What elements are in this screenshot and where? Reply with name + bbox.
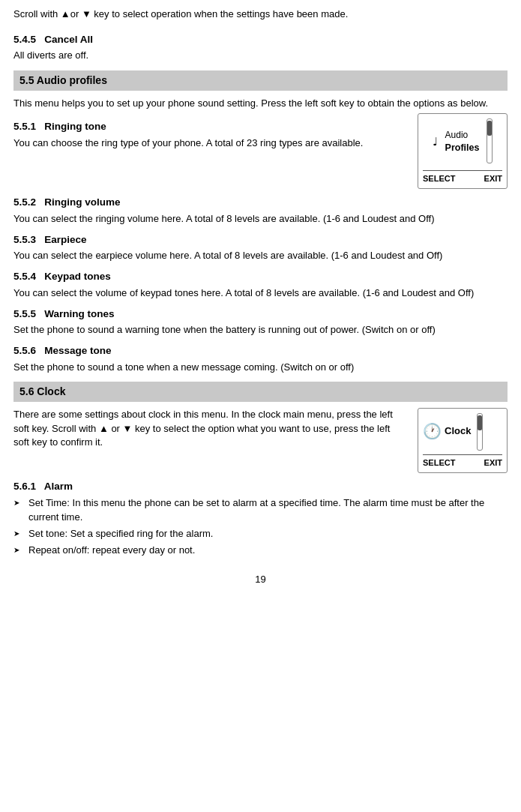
softkey-right: EXIT [484, 173, 502, 185]
message-tone-num: 5.5.6 [13, 345, 36, 356]
ringing-tone-num: 5.5.1 [13, 121, 36, 132]
screen-softkeys: SELECT EXIT [423, 170, 502, 185]
cancel-all-section: 5.4.5 Cancel All All diverts are off. [13, 32, 508, 63]
alarm-label: Alarm [44, 481, 73, 492]
intro-line: Scroll with ▲or ▼ key to select operatio… [13, 7, 508, 22]
warning-tones-num: 5.5.5 [13, 308, 36, 319]
ringing-tone-body: You can choose the ring type of your pho… [13, 136, 407, 151]
clock-icon: 🕐 [423, 421, 442, 442]
clock-softkey-left: SELECT [423, 457, 455, 469]
ringing-tone-section: 5.5.1 Ringing tone You can choose the ri… [13, 113, 508, 189]
keypad-tones-body: You can select the volume of keypad tone… [13, 286, 508, 301]
alarm-bullet-1: Set Time: In this menu the phone can be … [13, 496, 508, 525]
scroll-thumb [487, 121, 492, 136]
message-tone-body: Set the phone to sound a tone when a new… [13, 361, 508, 375]
ringing-volume-body: You can select the ringing volume here. … [13, 212, 508, 226]
cancel-all-num: 5.4.5 [13, 34, 36, 45]
ringing-volume-heading: 5.5.2 Ringing volume [13, 195, 508, 210]
ringing-volume-section: 5.5.2 Ringing volume You can select the … [13, 195, 508, 226]
keypad-tones-label: Keypad tones [44, 271, 111, 282]
audio-profiles-intro: This menu helps you to set up your phone… [13, 97, 508, 111]
softkey-left: SELECT [423, 173, 455, 185]
alarm-bullet-2: Set tone: Set a specified ring for the a… [13, 527, 508, 541]
cancel-all-heading: 5.4.5 Cancel All [13, 32, 508, 47]
scroll-indicator [487, 118, 493, 163]
music-note-icon1: ♩ [433, 133, 438, 150]
clock-intro: There are some settings about clock in t… [13, 408, 407, 451]
cancel-all-label: Cancel All [44, 34, 93, 45]
alarm-num: 5.6.1 [13, 481, 36, 492]
clock-with-image: There are some settings about clock in t… [13, 408, 508, 473]
ringing-volume-label: Ringing volume [44, 196, 120, 208]
message-tone-label: Message tone [44, 345, 111, 356]
clock-screen: 🕐 Clock SELECT EXIT [418, 408, 508, 473]
ringing-tone-label: Ringing tone [44, 121, 106, 132]
ringing-volume-num: 5.5.2 [13, 196, 36, 208]
earpiece-label: Earpiece [44, 234, 86, 245]
alarm-bullet-list: Set Time: In this menu the phone can be … [13, 496, 508, 557]
alarm-heading: 5.6.1 Alarm [13, 479, 508, 494]
message-tone-heading: 5.5.6 Message tone [13, 343, 508, 358]
alarm-section: 5.6.1 Alarm Set Time: In this menu the p… [13, 479, 508, 558]
earpiece-body: You can select the earpiece volume here.… [13, 249, 508, 263]
audio-profiles-screen: ♩ Audio Profiles SELECT EXIT [418, 113, 508, 189]
ringing-tone-with-image: 5.5.1 Ringing tone You can choose the ri… [13, 113, 508, 189]
clock-softkey-right: EXIT [484, 457, 502, 469]
warning-tones-section: 5.5.5 Warning tones Set the phone to sou… [13, 307, 508, 337]
earpiece-num: 5.5.3 [13, 234, 36, 245]
screen-icons: ♩ Audio Profiles [433, 118, 493, 163]
earpiece-heading: 5.5.3 Earpiece [13, 232, 508, 247]
alarm-bullet-3: Repeat on/off: repeat every day or not. [13, 544, 508, 558]
earpiece-section: 5.5.3 Earpiece You can select the earpie… [13, 232, 508, 263]
clock-scroll-indicator [477, 413, 483, 451]
clock-scroll-thumb [478, 415, 482, 430]
keypad-tones-num: 5.5.4 [13, 271, 36, 282]
cancel-all-body: All diverts are off. [13, 49, 508, 63]
clock-screen-row: 🕐 Clock [423, 413, 502, 451]
warning-tones-body: Set the phone to sound a warning tone wh… [13, 323, 508, 337]
ringing-tone-heading: 5.5.1 Ringing tone [13, 119, 407, 134]
warning-tones-heading: 5.5.5 Warning tones [13, 307, 508, 322]
keypad-tones-heading: 5.5.4 Keypad tones [13, 269, 508, 284]
screen-line1: Audio [442, 129, 480, 142]
screen-text-block: Audio Profiles [442, 129, 480, 154]
warning-tones-label: Warning tones [44, 308, 114, 319]
clock-screen-label: Clock [445, 424, 471, 439]
audio-profiles-heading: 5.5 Audio profiles [13, 70, 508, 90]
screen-icon-row: ♩ Audio Profiles [423, 118, 502, 166]
screen-line2: Profiles [442, 142, 480, 154]
ringing-tone-text: 5.5.1 Ringing tone You can choose the ri… [13, 113, 407, 153]
keypad-tones-section: 5.5.4 Keypad tones You can select the vo… [13, 269, 508, 300]
page-number: 19 [13, 573, 508, 587]
clock-section-heading: 5.6 Clock [13, 382, 508, 401]
clock-softkeys: SELECT EXIT [423, 454, 502, 469]
message-tone-section: 5.5.6 Message tone Set the phone to soun… [13, 343, 508, 374]
